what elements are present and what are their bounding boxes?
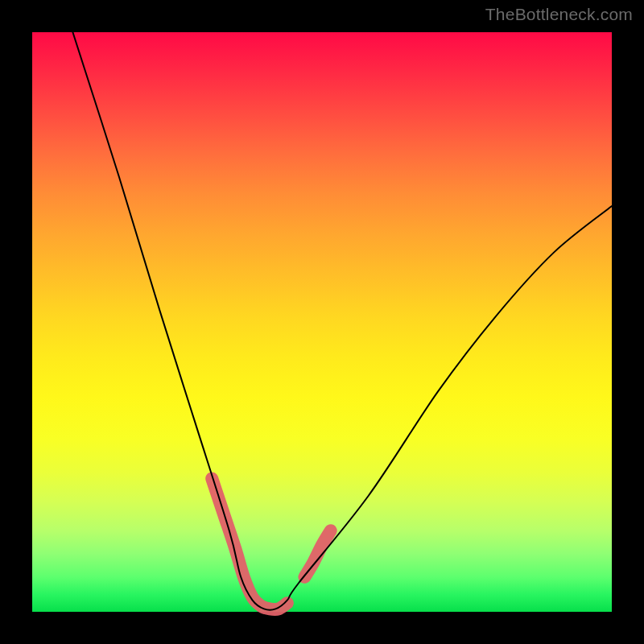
highlight-left bbox=[212, 478, 287, 609]
curve-svg bbox=[32, 32, 612, 612]
chart-frame: TheBottleneck.com bbox=[0, 0, 644, 644]
plot-area bbox=[32, 32, 612, 612]
bottleneck-curve bbox=[72, 32, 612, 610]
watermark-text: TheBottleneck.com bbox=[485, 5, 633, 24]
